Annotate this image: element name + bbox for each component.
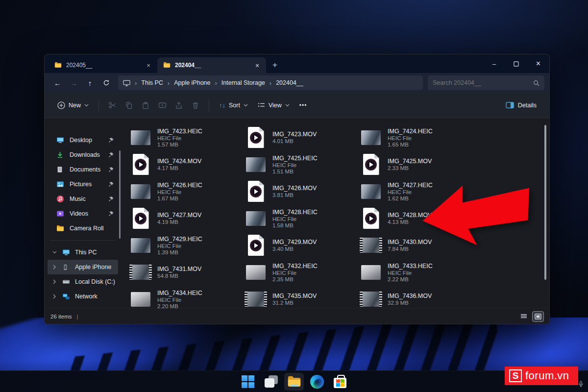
microsoft-store-icon — [334, 378, 346, 388]
close-window-button[interactable]: × — [527, 54, 549, 73]
new-button[interactable]: New — [52, 98, 94, 113]
expander-chevron-icon[interactable] — [50, 294, 58, 299]
taskbar-app-button[interactable] — [307, 373, 327, 391]
file-item[interactable]: IMG_7426.MOV 3.81 MB — [242, 178, 357, 205]
file-list-scrollbar[interactable] — [544, 125, 546, 280]
file-item[interactable]: IMG_7424.HEIC HEIC File 1.65 MB — [357, 124, 472, 151]
file-name: IMG_7436.MOV — [388, 293, 432, 299]
file-item[interactable]: IMG_7426.HEIC HEIC File 1.67 MB — [127, 178, 242, 205]
new-tab-button[interactable]: + — [266, 57, 284, 73]
file-item[interactable]: IMG_7423.HEIC HEIC File 1.57 MB — [127, 124, 242, 151]
sidebar-item[interactable]: Documents — [48, 162, 118, 177]
delete-button[interactable] — [187, 98, 204, 113]
file-item[interactable]: IMG_7425.MOV 2.33 MB — [357, 151, 472, 178]
large-icons-view-toggle[interactable] — [533, 312, 543, 321]
taskbar-app-button[interactable] — [261, 373, 281, 391]
breadcrumb-item[interactable]: This PC — [141, 79, 163, 86]
explorer-tab[interactable]: 202404__ × — [157, 57, 266, 73]
minimize-button[interactable]: – — [483, 54, 505, 73]
taskbar-app-button[interactable] — [330, 373, 350, 391]
breadcrumb-segment: › Apple iPhone — [163, 79, 211, 87]
file-size: 1.65 MB — [388, 142, 433, 147]
sidebar-item-label: Music — [70, 196, 103, 202]
search-input[interactable] — [433, 79, 533, 86]
file-icon-slot — [244, 127, 268, 148]
refresh-button[interactable] — [98, 75, 114, 90]
file-item[interactable]: IMG_7432.HEIC HEIC File 2.35 MB — [242, 259, 357, 286]
expander-chevron-icon[interactable] — [50, 251, 58, 253]
tree-item[interactable]: Network — [48, 289, 118, 304]
video-thumbnail — [129, 265, 152, 280]
file-item[interactable]: IMG_7423.MOV 4.01 MB — [242, 124, 357, 151]
close-tab-icon[interactable]: × — [145, 62, 152, 69]
details-view-toggle[interactable] — [518, 312, 529, 321]
sidebar-item[interactable]: Downloads — [48, 147, 118, 162]
copy-button[interactable] — [121, 98, 137, 113]
chevron-down-icon — [84, 104, 89, 106]
tree-item[interactable]: This PC — [48, 245, 118, 260]
paste-button[interactable] — [137, 98, 154, 113]
file-item[interactable]: IMG_7435.MOV 31.2 MB — [242, 286, 357, 313]
file-item[interactable]: IMG_7429.MOV 3.40 MB — [242, 232, 357, 259]
tree-item[interactable]: Apple iPhone — [48, 260, 118, 274]
file-name: IMG_7428.HEIC — [272, 209, 318, 216]
close-tab-icon[interactable]: × — [253, 62, 261, 69]
forward-button[interactable]: → — [66, 75, 82, 90]
watermark-badge: S forum.vn — [505, 367, 578, 385]
file-name: IMG_7425.MOV — [388, 158, 432, 165]
file-item[interactable]: IMG_7434.HEIC HEIC File 2.20 MB — [127, 286, 242, 313]
file-name: IMG_7433.HEIC — [388, 263, 433, 270]
up-button[interactable]: ↑ — [82, 75, 98, 90]
hard-drive-icon — [62, 278, 71, 286]
file-explorer-icon — [287, 375, 301, 388]
sidebar-item[interactable]: Camera Roll — [48, 221, 118, 236]
file-item[interactable]: IMG_7425.HEIC HEIC File 1.51 MB — [242, 151, 357, 178]
taskbar-app-button[interactable] — [284, 373, 304, 391]
rename-button[interactable]: A — [154, 98, 171, 113]
file-meta: IMG_7428.HEIC HEIC File 1.58 MB — [272, 209, 318, 228]
sort-button[interactable]: ↑↓ Sort — [214, 98, 253, 112]
file-item[interactable]: IMG_7428.HEIC HEIC File 1.58 MB — [242, 205, 357, 232]
file-item[interactable]: IMG_7424.MOV 4.17 MB — [127, 151, 242, 178]
details-button[interactable]: Details — [501, 98, 541, 112]
file-item[interactable]: IMG_7429.HEIC HEIC File 1.39 MB — [127, 232, 242, 259]
file-item[interactable]: IMG_7433.HEIC HEIC File 2.22 MB — [357, 259, 472, 286]
breadcrumb-segment: › 202404__ — [265, 79, 303, 87]
file-icon-slot — [359, 154, 383, 175]
taskbar — [0, 370, 588, 392]
breadcrumb-item[interactable]: Apple iPhone — [174, 79, 210, 86]
video-file-icon — [363, 154, 379, 175]
breadcrumb[interactable]: › This PC › Apple iPhone › Internal Stor… — [118, 75, 423, 90]
view-button[interactable]: View — [253, 98, 294, 112]
cut-button[interactable] — [104, 98, 121, 113]
sidebar-item[interactable]: Desktop — [48, 133, 118, 147]
sidebar-scrollbar[interactable] — [119, 150, 121, 239]
search-box[interactable] — [428, 75, 544, 90]
expander-chevron-icon[interactable] — [50, 279, 58, 284]
file-item[interactable]: IMG_7431.MOV 54.8 MB — [127, 259, 242, 286]
music-icon — [56, 195, 65, 203]
file-meta: IMG_7435.MOV 31.2 MB — [272, 293, 317, 306]
sidebar-item[interactable]: Pictures — [48, 177, 118, 192]
back-button[interactable]: ← — [49, 75, 66, 90]
tree-item[interactable]: Local Disk (C:) — [48, 274, 118, 289]
sidebar-item[interactable]: Music — [48, 192, 118, 206]
search-icon[interactable] — [533, 80, 539, 86]
file-name: IMG_7423.MOV — [272, 131, 317, 138]
explorer-tab[interactable]: 202405__ × — [49, 57, 157, 73]
expander-chevron-icon[interactable] — [50, 265, 58, 270]
file-meta: IMG_7429.MOV 3.40 MB — [272, 239, 317, 252]
watermark-text: forum.vn — [525, 369, 569, 382]
tree-item-label: Local Disk (C:) — [75, 278, 115, 285]
video-file-icon — [133, 208, 149, 229]
file-item[interactable]: IMG_7427.MOV 4.19 MB — [127, 205, 242, 232]
share-button[interactable] — [171, 98, 187, 113]
maximize-button[interactable] — [505, 54, 527, 73]
video-thumbnail — [245, 292, 267, 307]
sidebar-item[interactable]: Videos — [48, 206, 118, 221]
file-item[interactable]: IMG_7436.MOV 32.9 MB — [357, 286, 472, 313]
more-options-button[interactable]: ••• — [294, 98, 312, 112]
taskbar-app-button[interactable] — [238, 373, 258, 391]
breadcrumb-item[interactable]: 202404__ — [276, 79, 303, 86]
breadcrumb-item[interactable]: Internal Storage — [221, 79, 265, 86]
